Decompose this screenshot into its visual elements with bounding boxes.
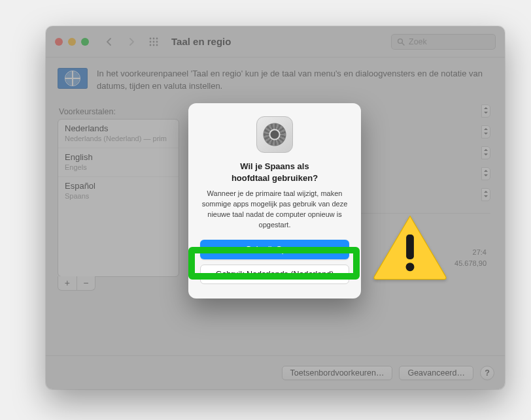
svg-rect-11: [406, 234, 414, 259]
dialog-body: Wanneer je de primaire taal wijzigt, mak…: [200, 189, 349, 231]
warning-icon: [371, 213, 449, 281]
use-spanish-button[interactable]: Gebruik Spaans: [200, 240, 349, 259]
confirm-dialog: Wil je Spaans als hoofdtaal gebruiken? W…: [188, 103, 361, 299]
dialog-heading: Wil je Spaans als hoofdtaal gebruiken?: [200, 161, 349, 184]
use-dutch-button[interactable]: Gebruik Nederlands (Nederland): [200, 265, 349, 284]
system-preferences-icon: [256, 116, 293, 153]
svg-point-12: [406, 263, 415, 271]
